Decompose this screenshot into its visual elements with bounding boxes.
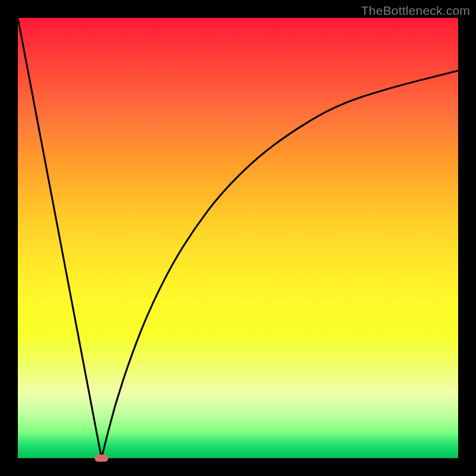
plot-area bbox=[18, 18, 458, 458]
left-line-path bbox=[18, 18, 102, 458]
bottleneck-marker bbox=[95, 455, 109, 461]
right-curve-path bbox=[102, 71, 458, 458]
watermark-text: TheBottleneck.com bbox=[361, 4, 470, 18]
chart-container: TheBottleneck.com bbox=[0, 0, 476, 476]
chart-svg bbox=[18, 18, 458, 458]
